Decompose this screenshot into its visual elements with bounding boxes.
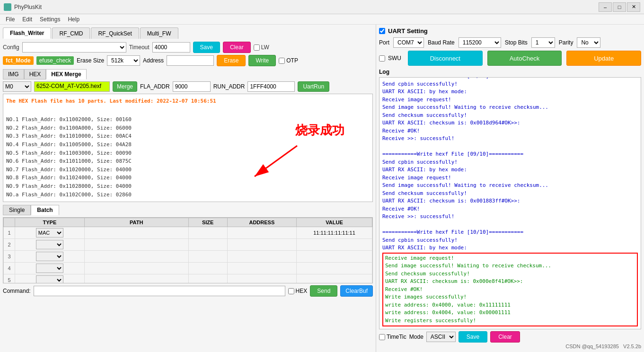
otp-checkbox-area: OTP [279, 57, 298, 64]
col-num [4, 218, 15, 227]
send-button[interactable]: Send [310, 285, 337, 297]
log-line: write address: 0x4000, value: 0x11111111 [385, 301, 635, 309]
swu-row: SWU Disconnect AutoCheck Update [379, 51, 641, 66]
hex-checkbox-label: HEX [296, 288, 308, 294]
update-button[interactable]: Update [566, 51, 641, 66]
hex-checkbox[interactable] [288, 288, 294, 294]
lw-checkbox[interactable] [254, 44, 260, 51]
success-label: 烧录成功 [295, 122, 344, 139]
menu-file[interactable]: File [2, 15, 18, 24]
mode-select-log[interactable]: ASCII [426, 332, 456, 342]
command-input[interactable] [34, 286, 285, 296]
log-line: write address: 0x4004, value: 0x00001111 [385, 309, 635, 317]
inner-tab-img[interactable]: IMG [3, 69, 24, 79]
content-line: The HEX Flash file has 10 parts. Last mo… [6, 97, 370, 106]
batch-table: TYPE PATH SIZE ADDRESS VALUE 1 MAC 11:11… [3, 218, 372, 283]
log-line [382, 221, 638, 229]
inner-tab-hex[interactable]: HEX [24, 69, 46, 79]
col-type: TYPE [15, 218, 85, 227]
col-value: VALUE [297, 218, 372, 227]
minimize-button[interactable]: – [599, 2, 612, 12]
swu-checkbox[interactable] [379, 55, 385, 62]
otp-checkbox[interactable] [279, 58, 285, 64]
content-line: NO.a Flash_Addr: 0x1102C000, Size: 02860 [6, 191, 370, 199]
config-select[interactable] [22, 42, 126, 53]
content-box: The HEX Flash file has 10 parts. Last mo… [3, 94, 373, 202]
menu-help[interactable]: Help [64, 15, 83, 24]
log-line: Send image successful! Waiting to receiv… [385, 262, 635, 270]
address-cell [227, 263, 296, 274]
table-row: 3 [4, 251, 372, 263]
type-select-2[interactable] [36, 252, 63, 261]
log-line: Receive #OK! [382, 127, 638, 135]
port-label: Port [379, 39, 389, 46]
log-highlight-box: Receive image request!Send image success… [382, 253, 638, 327]
autocheck-button[interactable]: AutoCheck [487, 51, 562, 66]
merge-button[interactable]: Merge [113, 81, 137, 92]
tab-rf-quickset[interactable]: RF_QuickSet [91, 27, 139, 39]
address-input[interactable] [167, 55, 214, 66]
write-button[interactable]: Write [248, 55, 276, 66]
batch-table-area: TYPE PATH SIZE ADDRESS VALUE 1 MAC 11:11… [3, 217, 373, 283]
content-wrapper: The HEX Flash file has 10 parts. Last mo… [3, 94, 373, 202]
size-cell [188, 274, 227, 284]
disconnect-button[interactable]: Disconnect [408, 51, 483, 66]
erase-size-select[interactable]: 512k [107, 55, 140, 66]
uart-setting-header: UART Setting [379, 27, 641, 35]
run-addr-input[interactable] [247, 81, 295, 92]
mode-select[interactable]: M0 [3, 81, 31, 92]
timeout-input[interactable] [152, 42, 190, 53]
fla-addr-input[interactable] [173, 81, 211, 92]
size-cell [188, 251, 227, 263]
tab-multi-fw[interactable]: Multi_FW [140, 27, 178, 39]
address-cell [227, 239, 296, 251]
inner-tab-hex-merge[interactable]: HEX Merge [46, 69, 86, 79]
log-line: UART RX ASCII: checksum is: 0x001883ff#O… [382, 197, 638, 205]
type-select-1[interactable] [36, 240, 63, 249]
timeout-label: Timeout [129, 44, 150, 51]
uartrun-button[interactable]: UartRun [298, 81, 329, 92]
log-line: Receive image request! [382, 174, 638, 182]
maximize-button[interactable]: □ [613, 2, 626, 12]
value-cell: 11:11:11:11:11:11 [297, 227, 372, 239]
app-title: PhyPlusKit [14, 4, 599, 10]
hex-row: M0 6252-COM_AT-V205.hexf Merge FLA_ADDR … [3, 81, 373, 92]
content-line: NO.4 Flash_Addr: 0x11005000, Size: 04A28 [6, 141, 370, 149]
size-cell [188, 239, 227, 251]
type-select-3[interactable] [36, 264, 63, 273]
clearbuf-button[interactable]: ClearBuf [340, 285, 373, 297]
type-cell [15, 251, 85, 263]
uart-enable-checkbox[interactable] [379, 28, 385, 34]
menu-settings[interactable]: Settings [36, 15, 64, 24]
log-line: Send cpbin successfully! [382, 237, 638, 245]
table-row: 2 [4, 239, 372, 251]
menu-edit[interactable]: Edit [18, 15, 36, 24]
path-cell [84, 263, 188, 274]
baud-select[interactable]: 115200 [459, 37, 501, 48]
run-addr-label: RUN_ADDR [213, 83, 245, 90]
col-address: ADDRESS [227, 218, 296, 227]
log-save-button[interactable]: Save [459, 331, 487, 343]
lw-label: LW [261, 44, 269, 51]
save-button[interactable]: Save [193, 42, 220, 53]
tab-single[interactable]: Single [3, 205, 31, 215]
address-cell [227, 274, 296, 284]
command-label: Command: [3, 288, 31, 294]
erase-button[interactable]: Erase [217, 55, 246, 66]
parity-select[interactable]: No [577, 37, 600, 48]
tab-batch[interactable]: Batch [31, 205, 59, 215]
log-clear-button[interactable]: Clear [490, 331, 520, 343]
close-button[interactable]: ✕ [627, 2, 640, 12]
timetic-checkbox[interactable] [379, 334, 385, 340]
type-select-0[interactable]: MAC [36, 228, 63, 238]
clear-top-button[interactable]: Clear [223, 42, 251, 53]
address-label: Address [143, 57, 164, 64]
type-select-4[interactable] [36, 275, 63, 283]
tab-flash-writer[interactable]: Flash_Writer [3, 27, 51, 39]
port-select[interactable]: COM7 [393, 37, 424, 48]
svg-line-1 [255, 146, 297, 176]
tab-rf-cmd[interactable]: RF_CMD [52, 27, 90, 39]
log-line [382, 143, 638, 151]
row-num: 1 [4, 227, 15, 239]
stop-bits-select[interactable]: 1 [531, 37, 555, 48]
